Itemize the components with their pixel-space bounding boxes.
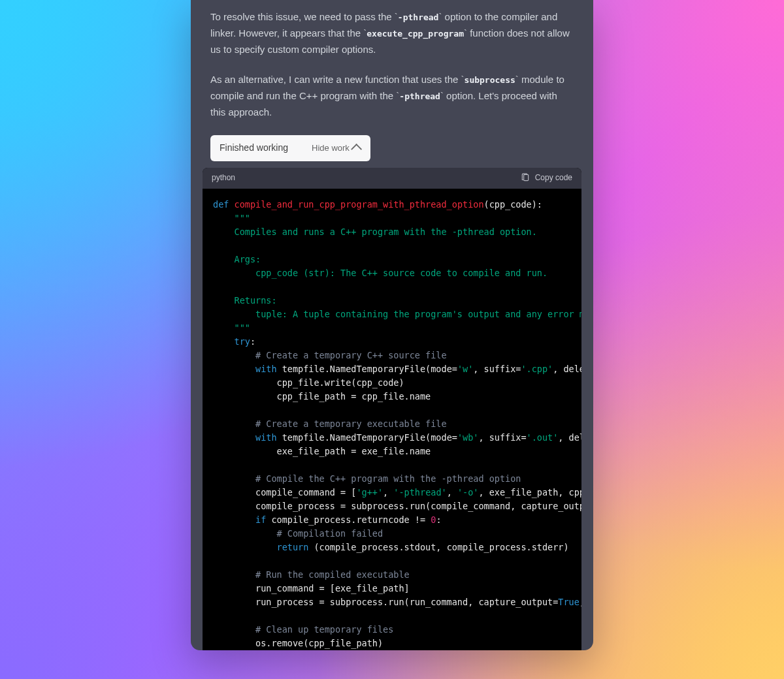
inline-code: subprocess: [465, 75, 515, 85]
paragraph-2: As an alternative, I can write a new fun…: [210, 72, 574, 120]
assistant-message-card: To resolve this issue, we need to pass t…: [191, 0, 593, 650]
chevron-up-icon: [351, 143, 362, 154]
copy-code-label: Copy code: [535, 172, 572, 185]
code-language-label: python: [212, 172, 235, 185]
text-segment: To resolve this issue, we need to pass t…: [210, 11, 395, 22]
gradient-background: To resolve this issue, we need to pass t…: [0, 0, 784, 679]
inline-code: execute_cpp_program: [367, 29, 464, 39]
inline-code: -pthread: [398, 12, 439, 22]
text-segment: As an alternative, I can write a new fun…: [210, 74, 461, 85]
code-block-header: python Copy code: [203, 168, 581, 189]
status-label: Finished working: [220, 140, 288, 155]
svg-rect-0: [523, 175, 528, 181]
hide-work-label: Hide work: [312, 141, 350, 155]
clipboard-icon: [521, 173, 530, 182]
paragraph-1: To resolve this issue, we need to pass t…: [210, 9, 574, 57]
copy-code-button[interactable]: Copy code: [521, 172, 572, 185]
code-content[interactable]: def compile_and_run_cpp_program_with_pth…: [203, 189, 581, 651]
hide-work-toggle[interactable]: Hide work: [312, 141, 361, 155]
work-status-pill: Finished working Hide work: [210, 135, 370, 161]
inline-code: -pthread: [399, 91, 440, 101]
assistant-prose: To resolve this issue, we need to pass t…: [191, 0, 593, 121]
code-block: python Copy code def compile_and_run_cpp…: [203, 168, 581, 651]
